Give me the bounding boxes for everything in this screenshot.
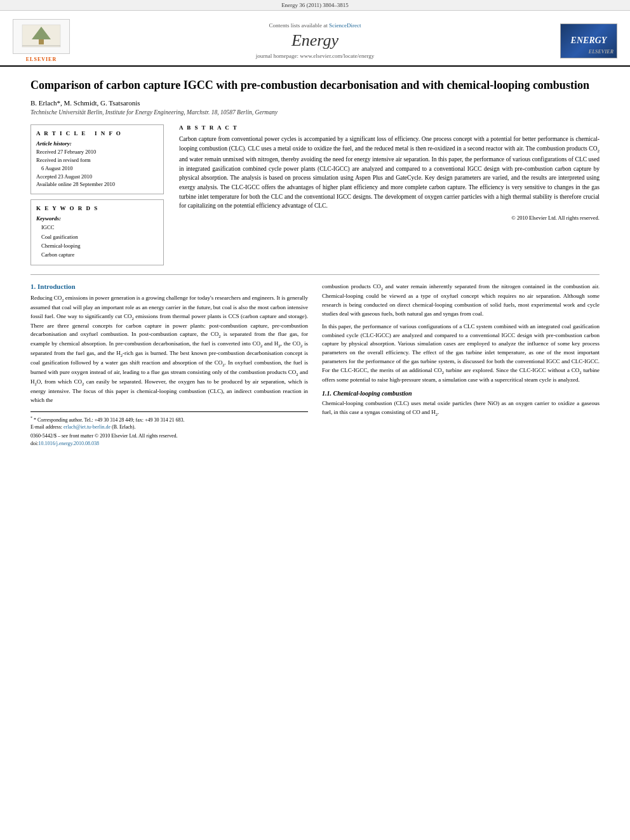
keywords-section-label: K E Y W O R D S	[36, 205, 158, 211]
section-divider	[30, 274, 600, 275]
sciencedirect-line: Contents lists available at ScienceDirec…	[269, 22, 361, 29]
top-bar: Energy 36 (2011) 3804–3815	[0, 0, 630, 11]
abstract-text: Carbon capture from conventional power c…	[179, 135, 600, 211]
keyword-carbon-capture: Carbon capture	[36, 250, 158, 259]
journal-header-center: Contents lists available at ScienceDirec…	[83, 16, 547, 65]
received-date: Received 27 February 2010	[36, 148, 158, 156]
energy-logo-area: ENERGY ELSEVIER	[547, 16, 630, 65]
body-column-right: combustion products CO2 and water remain…	[322, 283, 600, 446]
energy-logo-box: ENERGY ELSEVIER	[560, 23, 617, 58]
abstract-label: A B S T R A C T	[179, 124, 600, 131]
doi-link[interactable]: 10.1016/j.energy.2010.08.038	[38, 441, 99, 446]
body-columns: 1. Introduction Reducing CO2 emissions i…	[30, 283, 600, 446]
footnote-area: * * Corresponding author. Tel.: +49 30 3…	[30, 411, 308, 447]
email-link[interactable]: erlach@iet.tu-berlin.de	[64, 424, 111, 430]
subsection1-1-text: Chemical-looping combustion (CLC) uses m…	[322, 399, 600, 418]
elsevier-logo-area: ELSEVIER	[0, 16, 83, 65]
copyright-line: © 2010 Elsevier Ltd. All rights reserved…	[179, 215, 600, 221]
received-revised-label: Received in revised form	[36, 156, 158, 164]
footnote-corresponding: * * Corresponding author. Tel.: +49 30 3…	[30, 415, 308, 424]
keyword-coal-gasification: Coal gasification	[36, 232, 158, 241]
footnote-email: E-mail address: erlach@iet.tu-berlin.de …	[30, 423, 308, 431]
intro-para2: combustion products CO2 and water remain…	[322, 283, 600, 319]
intro-para1: Reducing CO2 emissions in power generati…	[30, 294, 308, 405]
journal-title: Energy	[292, 31, 338, 50]
energy-logo-text: ENERGY	[571, 36, 607, 46]
sciencedirect-link[interactable]: ScienceDirect	[329, 22, 361, 29]
section1-title: 1. Introduction	[30, 283, 308, 290]
available-date: Available online 28 September 2010	[36, 180, 158, 189]
revised-date: 6 August 2010	[36, 164, 158, 173]
elsevier-wordmark: ELSEVIER	[26, 57, 57, 62]
accepted-date: Accepted 23 August 2010	[36, 173, 158, 181]
elsevier-logo: ELSEVIER	[13, 19, 70, 62]
keyword-chemical-looping: Chemical-looping	[36, 241, 158, 250]
subsection1-1-title: 1.1. Chemical-looping combustion	[322, 390, 600, 397]
article-info-box: A R T I C L E I N F O Article history: R…	[30, 124, 164, 194]
keywords-box: K E Y W O R D S Keywords: IGCC Coal gasi…	[30, 199, 164, 265]
article-history-label: Article history:	[36, 140, 158, 147]
svg-rect-2	[39, 39, 44, 44]
article-info-column: A R T I C L E I N F O Article history: R…	[30, 124, 164, 265]
article-title: Comparison of carbon capture IGCC with p…	[30, 78, 600, 93]
article-info-label: A R T I C L E I N F O	[36, 130, 158, 137]
footer-divider	[30, 411, 308, 412]
journal-citation: Energy 36 (2011) 3804–3815	[281, 2, 349, 8]
article-info-abstract-section: A R T I C L E I N F O Article history: R…	[30, 124, 600, 265]
elsevier-tree-icon	[19, 22, 64, 50]
abstract-column: A B S T R A C T Carbon capture from conv…	[179, 124, 600, 265]
intro-para3: In this paper, the performance of variou…	[322, 323, 600, 385]
body-column-left: 1. Introduction Reducing CO2 emissions i…	[30, 283, 308, 446]
issn-line: 0360-5442/$ – see front matter © 2010 El…	[30, 433, 308, 439]
main-content: Comparison of carbon capture IGCC with p…	[0, 67, 630, 458]
elsevier-logo-box	[13, 19, 70, 54]
affiliation: Technische Universität Berlin, Institute…	[30, 109, 600, 116]
journal-header: ELSEVIER Contents lists available at Sci…	[0, 11, 630, 67]
keyword-igcc: IGCC	[36, 223, 158, 232]
keywords-label: Keywords:	[36, 215, 158, 222]
authors: B. Erlach*, M. Schmidt, G. Tsatsaronis	[30, 99, 600, 107]
journal-url: journal homepage: www.elsevier.com/locat…	[256, 53, 375, 59]
doi-line: doi:10.1016/j.energy.2010.08.038	[30, 441, 308, 446]
